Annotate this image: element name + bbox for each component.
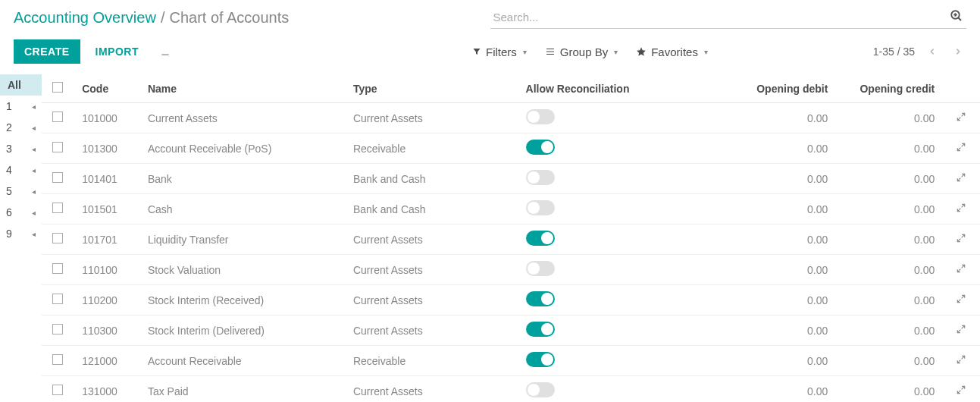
sidebar-item-9[interactable]: 9◂ — [0, 223, 42, 244]
cell-name: Account Receivable — [139, 346, 344, 376]
column-header-name[interactable]: Name — [139, 74, 344, 103]
breadcrumb-parent-link[interactable]: Accounting Overview — [14, 9, 156, 27]
row-checkbox[interactable] — [52, 172, 63, 183]
search-input[interactable] — [490, 6, 967, 29]
favorites-dropdown[interactable]: Favorites ▾ — [636, 46, 708, 58]
cell-code: 110100 — [73, 255, 139, 285]
cell-code: 101300 — [73, 133, 139, 164]
pager-prev-button[interactable] — [924, 43, 941, 60]
row-checkbox[interactable] — [52, 385, 63, 395]
cell-credit: 0.00 — [837, 225, 944, 255]
select-all-checkbox[interactable] — [52, 82, 63, 93]
cell-code: 131000 — [73, 376, 139, 403]
table-row[interactable]: 121000Account ReceivableReceivable0.000.… — [42, 346, 980, 376]
create-button[interactable]: CREATE — [14, 39, 80, 64]
svg-rect-5 — [546, 52, 554, 52]
row-checkbox[interactable] — [52, 111, 63, 122]
row-checkbox[interactable] — [52, 354, 63, 365]
reconcile-toggle[interactable] — [526, 231, 555, 246]
column-header-reconciliation[interactable]: Allow Reconciliation — [517, 74, 731, 103]
caret-left-icon: ◂ — [32, 230, 36, 238]
column-header-code[interactable]: Code — [73, 74, 139, 103]
cell-type: Current Assets — [344, 316, 517, 346]
star-icon — [636, 46, 647, 57]
table-row[interactable]: 131000Tax PaidCurrent Assets0.000.00 — [42, 376, 980, 403]
reconcile-toggle[interactable] — [526, 109, 555, 124]
reconcile-toggle[interactable] — [526, 261, 555, 276]
cell-type: Receivable — [344, 133, 517, 164]
table-row[interactable]: 110200Stock Interim (Received)Current As… — [42, 285, 980, 316]
expand-icon[interactable] — [956, 385, 966, 395]
column-header-type[interactable]: Type — [344, 74, 517, 103]
cell-reconcile — [517, 255, 731, 285]
expand-icon[interactable] — [956, 172, 966, 183]
chevron-right-icon — [954, 46, 962, 57]
reconcile-toggle[interactable] — [526, 322, 555, 337]
expand-icon[interactable] — [956, 263, 966, 274]
cell-type: Current Assets — [344, 225, 517, 255]
reconcile-toggle[interactable] — [526, 200, 555, 215]
cell-reconcile — [517, 285, 731, 316]
column-header-opening-debit[interactable]: Opening debit — [730, 74, 837, 103]
reconcile-toggle[interactable] — [526, 352, 555, 367]
sidebar-item-all[interactable]: All — [0, 74, 42, 96]
cell-reconcile — [517, 316, 731, 346]
sidebar-item-5[interactable]: 5◂ — [0, 181, 42, 202]
table-row[interactable]: 101300Account Receivable (PoS)Receivable… — [42, 133, 980, 164]
cell-code: 110300 — [73, 316, 139, 346]
sidebar-item-3[interactable]: 3◂ — [0, 138, 42, 159]
cell-type: Receivable — [344, 346, 517, 376]
cell-credit: 0.00 — [837, 194, 944, 225]
sidebar-item-2[interactable]: 2◂ — [0, 117, 42, 138]
reconcile-toggle[interactable] — [526, 140, 555, 155]
sidebar-item-4[interactable]: 4◂ — [0, 159, 42, 181]
cell-debit: 0.00 — [730, 285, 837, 316]
expand-icon[interactable] — [956, 354, 966, 365]
table-row[interactable]: 101401BankBank and Cash0.000.00 — [42, 164, 980, 194]
row-checkbox[interactable] — [52, 294, 63, 304]
sidebar-item-label: 2 — [6, 121, 12, 133]
cell-reconcile — [517, 225, 731, 255]
pager-next-button[interactable] — [950, 43, 966, 60]
reconcile-toggle[interactable] — [526, 170, 555, 185]
expand-icon[interactable] — [956, 324, 966, 334]
table-row[interactable]: 110100Stock ValuationCurrent Assets0.000… — [42, 255, 980, 285]
search-icon[interactable] — [950, 9, 963, 23]
row-checkbox[interactable] — [52, 142, 63, 152]
expand-icon[interactable] — [956, 203, 966, 213]
table-row[interactable]: 110300Stock Interim (Delivered)Current A… — [42, 316, 980, 346]
row-checkbox[interactable] — [52, 324, 63, 334]
breadcrumb-separator: / — [161, 9, 165, 27]
cell-type: Current Assets — [344, 103, 517, 133]
table-row[interactable]: 101501CashBank and Cash0.000.00 — [42, 194, 980, 225]
import-button[interactable]: IMPORT — [91, 39, 143, 64]
caret-left-icon: ◂ — [32, 187, 36, 196]
expand-icon[interactable] — [956, 142, 966, 152]
filters-dropdown[interactable]: Filters ▾ — [472, 46, 527, 58]
reconcile-toggle[interactable] — [526, 291, 555, 306]
row-checkbox[interactable] — [52, 203, 63, 213]
sidebar-item-1[interactable]: 1◂ — [0, 96, 42, 117]
table-row[interactable]: 101701Liquidity TransferCurrent Assets0.… — [42, 225, 980, 255]
cell-debit: 0.00 — [730, 194, 837, 225]
cell-code: 101000 — [73, 103, 139, 133]
cell-name: Stock Interim (Delivered) — [139, 316, 344, 346]
expand-icon[interactable] — [956, 294, 966, 304]
reconcile-toggle[interactable] — [526, 382, 555, 397]
expand-icon[interactable] — [956, 233, 966, 243]
column-header-opening-credit[interactable]: Opening credit — [837, 74, 944, 103]
sidebar-item-6[interactable]: 6◂ — [0, 202, 42, 223]
cell-credit: 0.00 — [837, 376, 944, 403]
download-button[interactable] — [154, 42, 177, 61]
row-checkbox[interactable] — [52, 263, 63, 274]
expand-icon[interactable] — [956, 111, 966, 122]
cell-name: Tax Paid — [139, 376, 344, 403]
cell-type: Current Assets — [344, 285, 517, 316]
breadcrumb: Accounting Overview / Chart of Accounts — [14, 9, 490, 27]
groupby-dropdown[interactable]: Group By ▾ — [545, 46, 618, 58]
sidebar-item-label: 1 — [6, 100, 12, 112]
table-row[interactable]: 101000Current AssetsCurrent Assets0.000.… — [42, 103, 980, 133]
cell-debit: 0.00 — [730, 316, 837, 346]
row-checkbox[interactable] — [52, 233, 63, 243]
cell-name: Bank — [139, 164, 344, 194]
